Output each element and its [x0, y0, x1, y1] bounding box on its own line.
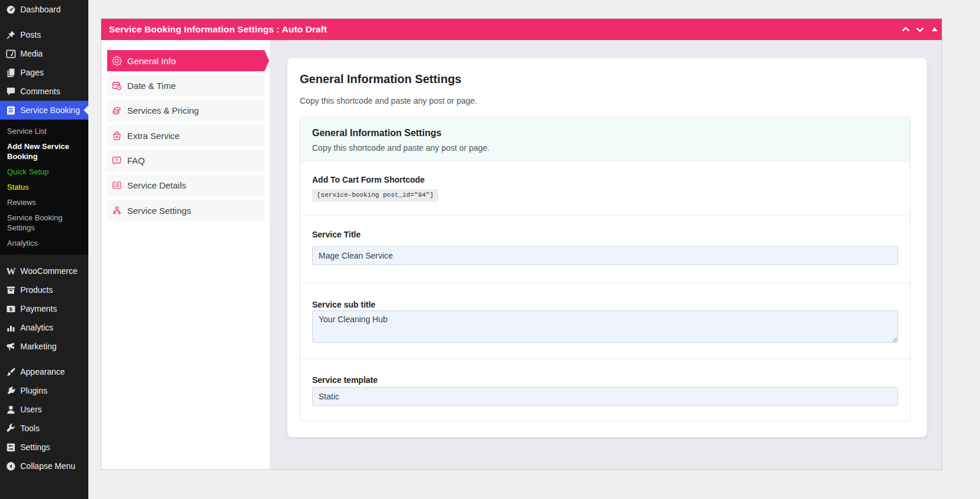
- svg-text:?: ?: [115, 157, 118, 163]
- svg-text:$: $: [9, 305, 12, 312]
- svg-text:W: W: [6, 266, 15, 276]
